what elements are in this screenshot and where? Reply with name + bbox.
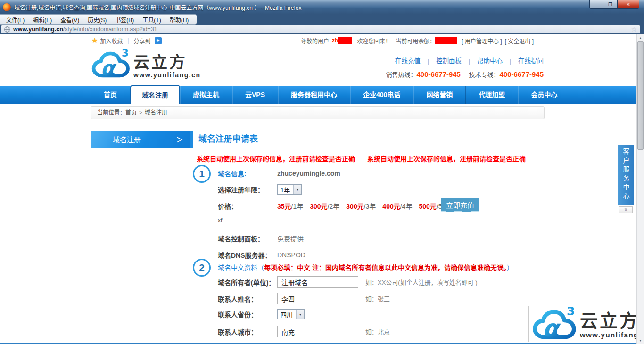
province-row: 联系人省份： 四川 ▼ [218,309,305,319]
redacted-username [338,37,352,44]
sidebar-item-domain-register[interactable]: 域名注册 ＞ [91,131,190,148]
menu-tools[interactable]: 工具(T) [138,15,165,25]
balance-label: 当前可用余额： [396,37,435,45]
step-1-badge: 1 [193,165,211,183]
nav-domain-register[interactable]: 域名注册 [130,85,180,104]
svg-text:3: 3 [122,49,129,59]
tech-hotline-number: 400-6677-945 [500,70,544,78]
city-label: 联系人城市： [218,327,277,336]
add-favorite-link[interactable]: 加入收藏 [100,37,123,45]
nav-cloud-vps[interactable]: 云VPS [232,86,278,104]
chinese-info-section-title: 域名中文资料（每项必填：中文 注：国内域名所有者信息以此中文信息为准，请确保信息… [218,262,513,272]
city-input[interactable] [277,326,358,337]
globe-icon [4,26,10,33]
header-links: 在线充值 | 控制面板 | 帮助中心 | 在线提问 [395,56,544,65]
price-option-1: 35元/1年 [277,201,303,211]
province-select[interactable]: 四川 ▼ [277,309,305,319]
panel-label: 域名控制面板： [218,234,277,243]
section-divider [190,258,544,258]
menu-help[interactable]: 帮助(H) [165,15,193,25]
contact-name-label: 联系人姓名： [218,294,277,303]
footer-logo: α 3 云立方 www.yunlifang.cn [532,306,644,343]
contact-name-input[interactable] [277,293,358,304]
autofill-warning: 系统自动使用上次保存的信息，注册前请检查是否正确系统自动使用上次保存的信息，注册… [197,154,526,163]
xf-note: xf [218,217,222,224]
recharge-button[interactable]: 立即充值 [441,198,479,212]
domain-info-row: 域名信息: zhuceyumingle.com [218,169,340,178]
menu-bookmarks[interactable]: 书签(B) [111,15,138,25]
nav-virtual-host[interactable]: 虚拟主机 [180,86,232,104]
close-button[interactable]: ✕ [618,0,639,9]
brand-name: 云立方 [133,53,201,71]
scroll-down-button[interactable]: ▼ [637,336,644,344]
price-option-4: 400元/4年 [382,201,412,211]
contact-name-hint: 如：张三 [365,294,390,303]
scrollbar-thumb[interactable] [637,41,644,150]
menu-edit[interactable]: 编辑(E) [29,15,56,25]
nav-marketing[interactable]: 网络营销 [413,86,466,104]
panel-row: 域名控制面板： 免费提供 [218,234,304,243]
url-bar-row: www.yunlifang.cn /style/info/xindomainfo… [0,25,644,34]
price-label: 价格： [218,201,277,211]
main-nav: 首页 域名注册 虚拟主机 云VPS 服务器租用中心 企业400电话 网络营销 代… [0,86,644,104]
owner-row: 域名所有者(单位)： 如：XX公司(如个人注册，填写姓名即可 ) [218,276,478,288]
username-text: zh [332,37,338,44]
restore-button[interactable]: ❐ [603,0,618,9]
url-host: www.yunlifang.cn [13,26,63,33]
dns-row: 域名DNS服务器： DNSPOD [218,250,305,260]
minimize-button[interactable]: – [589,0,603,9]
breadcrumb: 当前位置：首页>域名注册 [91,106,545,119]
nav-agent[interactable]: 代理加盟 [466,86,518,104]
city-row: 联系人城市： 如：北京 [218,326,390,337]
footer-brand-name: 云立方 [580,311,644,331]
redacted-balance [435,37,457,44]
cloud-logo-icon: α 3 [91,49,131,81]
city-hint: 如：北京 [365,327,390,336]
scrollbar[interactable]: ▲ ▼ [636,34,644,344]
year-label: 选择注册年限： [218,185,277,194]
sidebar-item-label: 域名注册 [113,131,141,148]
breadcrumb-current: 域名注册 [145,109,167,116]
footer-brand-domain: www.yunlifang.cn [580,331,644,339]
link-online-ask[interactable]: 在线提问 [518,57,544,65]
menu-history[interactable]: 历史(S) [83,15,111,25]
share-link[interactable]: 分享到 [134,37,151,45]
customer-service-panel[interactable]: 客户服务中心 [618,145,634,205]
contact-name-row: 联系人姓名： 如：张三 [218,293,390,304]
greeting-prefix: 尊敬的用户 [301,37,329,45]
year-row: 选择注册年限： 1年 ▼ [218,184,302,195]
domain-name-value: zhuceyumingle.com [277,170,340,177]
url-input[interactable]: www.yunlifang.cn /style/info/xindomainfo… [1,25,640,33]
bookmark-star-icon[interactable]: ☆ [631,26,637,33]
window-controls: – ❐ ✕ [589,0,639,9]
year-select[interactable]: 1年 ▼ [277,184,302,195]
nav-400-phone[interactable]: 企业400电话 [350,86,413,104]
link-control-panel[interactable]: 控制面板 [436,57,462,65]
nav-server-rental[interactable]: 服务器租用中心 [278,86,350,104]
breadcrumb-label: 当前位置： [97,109,125,116]
nav-home[interactable]: 首页 [91,86,130,104]
close-service-button[interactable]: X [619,206,633,213]
header-phones: 销售热线：400-6677-945 技术专线：400-6677-945 [386,70,544,79]
link-help-center[interactable]: 帮助中心 [477,57,503,65]
user-center-link[interactable]: [ 用户管理中心 ] [462,37,502,45]
separator: | [127,37,129,44]
footer-divider [528,306,529,342]
price-row: 价格： 35元/1年 300元/2年 300元/3年 400元/4年 500元/… [218,201,455,211]
chevron-down-icon: ▼ [293,185,301,194]
share-plus-button[interactable]: + [155,37,162,44]
owner-input[interactable] [277,276,358,288]
panel-value: 免费提供 [277,234,304,243]
breadcrumb-home[interactable]: 首页 [125,109,137,116]
logout-link[interactable]: [ 安全退出 ] [505,37,534,45]
chevron-right-icon: ＞ [176,131,183,148]
scroll-up-button[interactable]: ▲ [637,34,644,41]
menu-view[interactable]: 查看(V) [56,15,83,25]
cloud-logo-icon: α 3 [532,306,577,343]
site-logo[interactable]: α 3 云立方 www.yunlifang.cn [91,49,201,81]
nav-member-center[interactable]: 会员中心 [518,86,570,104]
tech-hotline-label: 技术专线： [469,71,500,78]
favorite-star-icon: ★ [91,36,98,45]
menu-file[interactable]: 文件(F) [2,15,29,25]
link-online-recharge[interactable]: 在线充值 [395,57,421,65]
